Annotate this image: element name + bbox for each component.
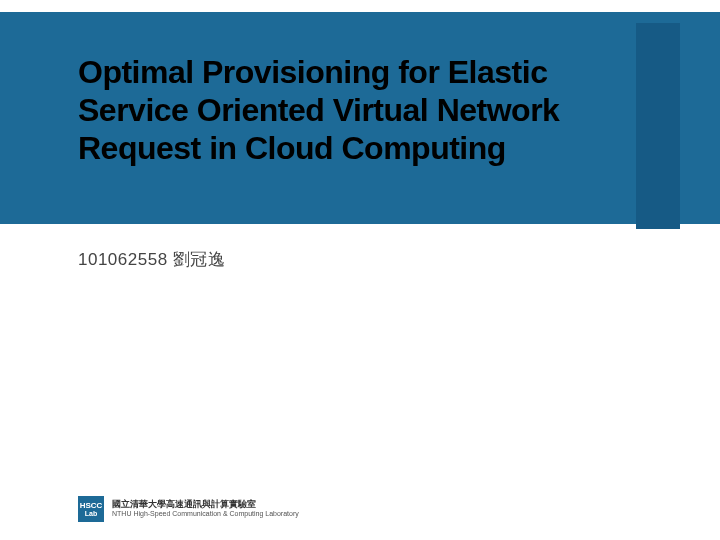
footer-text: 國立清華大學高速通訊與計算實驗室 NTHU High-Speed Communi…: [112, 500, 299, 518]
logo-text-2: Lab: [85, 510, 97, 517]
author-id: 101062558: [78, 250, 168, 269]
title-block: Optimal Provisioning for Elastic Service…: [78, 54, 590, 167]
subtitle-area: 101062558 劉冠逸: [78, 248, 225, 271]
banner-accent-stripe: [636, 23, 680, 229]
lab-logo: HSCC Lab: [78, 496, 104, 522]
author-line: 101062558 劉冠逸: [78, 248, 225, 271]
footer: HSCC Lab 國立清華大學高速通訊與計算實驗室 NTHU High-Spee…: [78, 496, 299, 522]
lab-name-en: NTHU High-Speed Communication & Computin…: [112, 510, 299, 518]
slide-title: Optimal Provisioning for Elastic Service…: [78, 54, 590, 167]
author-name: 劉冠逸: [173, 250, 226, 269]
lab-name-zh: 國立清華大學高速通訊與計算實驗室: [112, 500, 299, 510]
logo-text-1: HSCC: [80, 502, 103, 510]
